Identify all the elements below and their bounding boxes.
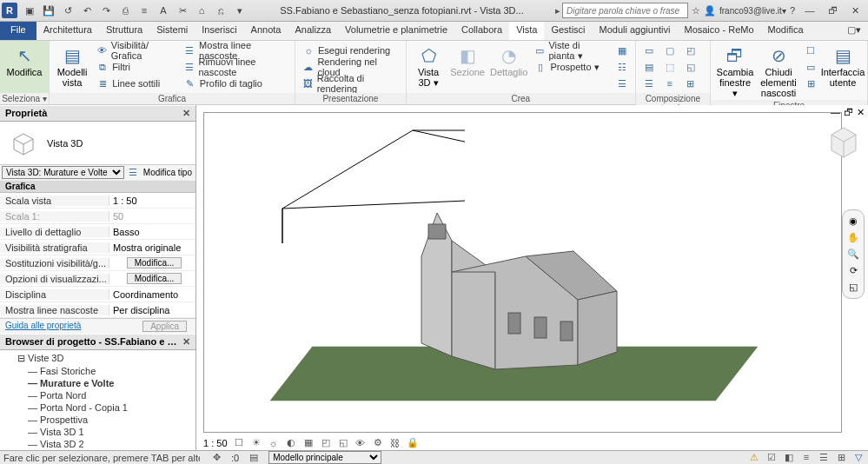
ribbon-btn-chiudi[interactable]: ⊘Chiudielementi nascosti [759,43,798,98]
ribbon-item-icon[interactable]: ▤ [641,59,657,75]
sb-i1[interactable]: ⚠ [748,452,760,463]
ribbon-item-profilo-di-taglio[interactable]: ✎Profilo di taglio [182,76,289,91]
properties-close-icon[interactable]: ✕ [182,108,190,119]
orbit-icon[interactable]: ⟳ [850,265,858,276]
tree-item[interactable]: — Vista 3D 2 [17,438,195,450]
close-button[interactable]: ✕ [844,2,866,19]
property-row[interactable]: Sostituzioni visibilità/g...Modifica... [0,255,195,271]
property-value[interactable]: Per disciplina [109,305,195,315]
view-cube[interactable] [823,121,863,161]
ribbon-item-viste-di-pianta-[interactable]: ▭Viste di pianta ▾ [533,43,608,58]
sb-i2[interactable]: ☑ [765,452,778,463]
ribbon-item-icon[interactable] [533,76,608,91]
text-icon[interactable]: A [155,2,172,19]
cube-icon[interactable]: ◱ [849,282,858,293]
properties-preview[interactable]: Vista 3D [0,122,195,165]
tree-item[interactable]: — Murature e Volte [17,377,195,389]
menu-tab-gestisci[interactable]: Gestisci [544,22,592,40]
menu-tab-architettura[interactable]: Architettura [36,22,99,40]
property-row[interactable]: Mostra linee nascostePer disciplina [0,302,195,318]
sb-i3[interactable]: ◧ [783,452,795,463]
property-edit-button[interactable]: Modifica... [127,257,182,268]
ribbon-item-icon[interactable]: ☷ [614,59,630,75]
property-value[interactable]: 50 [109,211,195,222]
ribbon-btn-dettaglio[interactable]: ◔Dettaglio [490,43,527,77]
menu-tab-analizza[interactable]: Analizza [288,22,338,40]
ribbon-item-icon[interactable]: ☐ [803,43,818,58]
property-value[interactable]: Basso [109,227,195,237]
properties-help-link[interactable]: Guida alle proprietà [5,321,81,332]
ribbon-item-icon[interactable]: ◱ [683,59,699,75]
menu-tab-annota[interactable]: Annota [244,22,288,40]
property-row[interactable]: Opzioni di visualizzazi...Modifica... [0,271,195,287]
ribbon-item-prospetto-[interactable]: ▯Prospetto ▾ [533,59,608,75]
property-value[interactable]: Modifica... [109,273,195,284]
menu-tab-struttura[interactable]: Struttura [99,22,149,40]
ribbon-item-filtri[interactable]: ⧉Filtri [95,59,177,75]
view-selector[interactable]: Vista 3D: Murature e Volte [2,166,124,179]
property-row[interactable]: Scala vista1 : 50 [0,193,195,209]
search-input[interactable] [562,3,688,18]
property-row[interactable]: Livello di dettaglioBasso [0,224,195,240]
menu-tab-volumetrie-e-planimetrie[interactable]: Volumetrie e planimetrie [338,22,454,40]
redo-icon[interactable]: ↷ [97,2,115,19]
property-value[interactable]: Modifica... [109,257,195,268]
menu-tab-collabora[interactable]: Collabora [454,22,509,40]
section-icon[interactable]: ✂ [174,2,191,19]
tree-root[interactable]: ⊟ Viste 3D [7,352,195,365]
print-icon[interactable]: ⎙ [116,2,134,19]
ribbon-item-rimuovi-linee-nascoste[interactable]: ☰Rimuovi linee nascoste [182,59,289,75]
ribbon-btn-modifica[interactable]: ↖Modifica [5,43,43,77]
vc-sun-icon[interactable]: ☼ [268,438,280,448]
menu-tab-modifica[interactable]: Modifica [761,22,811,40]
tag-icon[interactable]: ⌂ [193,2,210,19]
minimize-button[interactable]: — [798,2,821,19]
more-icon[interactable]: ▾ [231,2,248,19]
ribbon-item-icon[interactable]: ▭ [803,59,818,75]
ribbon-item-icon[interactable]: ⊞ [803,76,818,91]
vc-hide-icon[interactable]: 👁 [354,438,367,448]
ribbon-item-icon[interactable]: ☰ [614,76,630,91]
wheel-icon[interactable]: ◉ [849,215,858,227]
ribbon-btn-scambia[interactable]: 🗗Scambiafinestre ▾ [716,43,754,98]
restore-button[interactable]: 🗗 [821,2,844,19]
vc-style-icon[interactable]: ☀ [250,437,262,448]
zoom-icon[interactable]: 🔍 [847,249,859,260]
ribbon-item-icon[interactable]: ▦ [614,43,630,58]
vc-render-icon[interactable]: ▦ [302,437,315,448]
ribbon-btn-interfaccia[interactable]: ▤Interfacciautente [824,43,862,88]
sb-filter-icon[interactable]: ▽ [852,452,865,463]
property-value[interactable]: Coordinamento [109,289,195,300]
pan-icon[interactable]: ✋ [847,232,859,243]
menu-tab-mosaico-remo[interactable]: Mosaico - ReMo [677,22,760,40]
vc-shadow-icon[interactable]: ◐ [285,437,297,448]
sb-i5[interactable]: ☰ [818,452,830,463]
edit-type-button[interactable]: Modifica tipo [140,168,195,177]
ribbon-btn-vista[interactable]: ⬠Vista3D ▾ [412,43,445,88]
ribbon-item-icon[interactable]: ⊞ [683,76,699,91]
tree-item[interactable]: — Porta Nord - Copia 1 [17,401,195,414]
apply-button[interactable]: Applica [142,321,187,332]
menu-tab-vista[interactable]: Vista [509,22,544,40]
tree-item[interactable]: — Porta Nord [17,389,195,401]
signin-icon[interactable]: 👤 [704,5,716,17]
undo-icon[interactable]: ↶ [78,2,96,19]
property-edit-button[interactable]: Modifica... [127,273,182,284]
design-option-selector[interactable]: Modello principale [268,451,381,464]
vc-lock-icon[interactable]: 🔒 [407,437,419,448]
menu-tab-sistemi[interactable]: Sistemi [149,22,195,40]
edit-type-icon[interactable]: ☰ [126,167,140,178]
sb-i4[interactable]: ≡ [800,452,812,463]
viewport[interactable]: — 🗗 ✕ [196,105,868,450]
browser-close-icon[interactable]: ✕ [182,336,190,348]
tree-item[interactable]: — Prospettiva [17,414,195,426]
property-value[interactable]: 1 : 50 [109,196,195,206]
tree-item[interactable]: — Vista 3D 1 [17,426,195,438]
ribbon-item-icon[interactable]: ◰ [683,43,699,58]
star-icon[interactable]: ☆ [692,5,700,17]
link-icon[interactable]: ⎌ [212,2,229,19]
sync-icon[interactable]: ↺ [59,2,76,19]
vc-reveal-icon[interactable]: ⚙ [372,437,384,448]
ribbon-btn-sezione[interactable]: ◧Sezione [450,43,485,77]
sb-sel-icon[interactable]: ✥ [210,452,222,463]
